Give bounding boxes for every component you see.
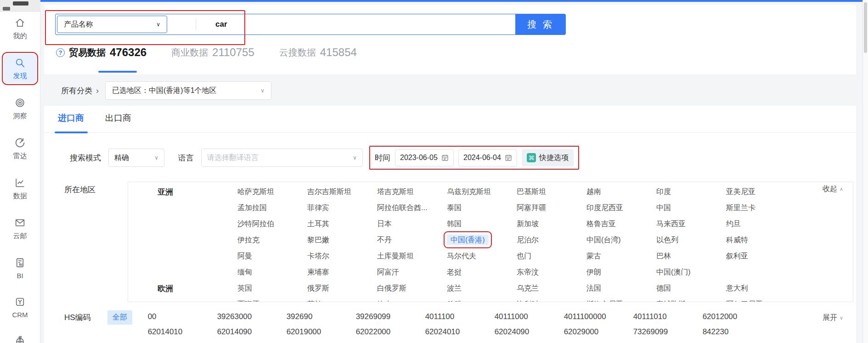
country-item[interactable]: 约旦 [726,220,741,228]
selected-region-dropdown[interactable]: 已选地区：中国(香港)等1个地区 [105,81,271,100]
country-item[interactable]: 东帝汶 [517,268,539,276]
country-item[interactable]: 黎巴嫩 [307,236,329,244]
country-item[interactable]: 印度尼西亚 [586,204,623,212]
data-tab[interactable]: 商业数据2110755 [171,46,254,59]
country-item[interactable]: 老挝 [447,268,462,276]
country-item[interactable]: 荷兰 [307,300,322,302]
hs-code-item[interactable]: 392690 [287,312,356,321]
country-item[interactable]: 中国(澳门) [656,268,691,276]
hs-code-item[interactable]: 00 [148,312,217,321]
all-categories-link[interactable]: 所有分类 [61,86,92,96]
hs-code-item[interactable]: 39269099 [356,312,425,321]
country-item[interactable]: 阿塞拜疆 [517,204,546,212]
country-item[interactable]: 巴林 [656,252,671,260]
country-item[interactable]: 斯洛文尼亚 [586,300,623,302]
country-item[interactable]: 法国 [586,284,601,292]
country-item[interactable]: 卡塔尔 [307,252,329,260]
country-item[interactable]: 捷克 [377,300,392,302]
country-item[interactable]: 乌克兰 [517,284,539,292]
country-item[interactable]: 格鲁吉亚 [586,220,616,228]
sidebar-item-crm[interactable]: CRM [4,293,36,321]
country-item[interactable]: 柬埔寨 [307,268,329,276]
country-item[interactable]: 比利时 [517,300,539,302]
country-item[interactable]: 中国 [656,204,671,212]
hs-code-item[interactable]: 62014090 [217,327,287,337]
search-field-selector[interactable]: 产品名称 [57,16,167,33]
hs-all-chip[interactable]: 全部 [107,310,132,325]
data-tab[interactable]: 贸易数据476326 [56,46,147,59]
country-item[interactable]: 尼泊尔 [517,236,539,244]
language-select[interactable]: 请选择翻译语言 [201,149,363,167]
collapse-link[interactable]: 收起 [823,184,843,194]
hs-code-item[interactable]: 842230 [703,327,772,337]
trade-tab[interactable]: 出口商 [105,112,131,132]
country-item[interactable]: 意大利 [726,284,748,292]
country-item[interactable]: 以色列 [656,236,678,244]
hs-code-item[interactable]: 62012000 [703,312,772,321]
hs-code-item[interactable]: 62024010 [425,327,495,337]
country-item[interactable]: 伊拉克 [237,236,259,244]
country-item[interactable]: 伊朗 [586,268,601,276]
country-item[interactable]: 亚美尼亚 [726,188,755,195]
country-item[interactable]: 阿曼 [237,252,252,260]
sidebar-item-apps[interactable]: 应用 [4,332,36,343]
country-item[interactable]: 白俄罗斯 [377,284,406,292]
sidebar-item-home[interactable]: 我的 [4,14,36,43]
country-item[interactable]: 蒙古 [586,252,601,260]
sidebar-item-cloud-mail[interactable]: 云邮 [4,214,36,243]
country-item[interactable]: 阿拉伯联合酋... [377,204,427,212]
country-item[interactable]: 日本 [377,220,392,228]
country-item[interactable]: 塔吉克斯坦 [377,188,414,195]
hs-code-item[interactable]: 62024090 [495,327,564,337]
country-item[interactable]: 英国 [237,284,252,292]
country-item[interactable]: 印度 [656,188,671,195]
date-to-input[interactable]: 2024-06-04 [458,149,517,166]
hs-code-item[interactable]: 73269099 [633,327,703,337]
country-item[interactable]: 俄罗斯 [307,284,329,292]
country-item[interactable]: 孟加拉国 [237,204,267,212]
hs-code-item[interactable]: 39263000 [217,312,287,321]
country-item[interactable]: 德国 [656,284,671,292]
search-query-input[interactable]: car [215,20,227,29]
country-item[interactable]: 韩国 [447,220,462,228]
country-item[interactable]: 土耳其 [307,220,329,228]
country-item[interactable]: 不丹 [377,236,392,244]
sidebar-item-radar[interactable]: 雷达 [4,134,36,163]
country-item[interactable]: 泰国 [447,204,462,212]
country-item[interactable]: 也门 [517,252,531,260]
hs-code-item[interactable]: 62022000 [356,327,425,337]
country-item[interactable]: 中国(台湾) [586,236,621,244]
country-item[interactable]: 缅甸 [237,268,252,276]
scrollbar-thumb[interactable] [864,2,867,53]
country-item[interactable]: 斯里兰卡 [726,204,755,212]
data-tab[interactable]: 云搜数据415854 [279,46,357,59]
sidebar-item-insight[interactable]: 洞察 [4,94,36,123]
search-mode-select[interactable]: 精确 [108,149,164,167]
sidebar-item-bi[interactable]: BIBI [4,254,36,282]
country-item-selected[interactable]: 中国(香港) [447,234,489,245]
country-item[interactable]: 吉尔吉斯斯坦 [307,188,351,195]
country-item[interactable]: 希腊 [447,300,462,302]
quick-options-button[interactable]: 快捷选项 [522,149,574,166]
hs-code-item[interactable]: 62029000 [564,327,633,337]
country-item[interactable]: 新加坡 [517,220,539,228]
hs-code-item[interactable]: 62014010 [148,327,217,337]
country-item[interactable]: 马来西亚 [656,220,686,228]
trade-tab[interactable]: 进口商 [58,112,84,132]
country-item[interactable]: 科威特 [726,236,748,244]
page-scrollbar[interactable] [862,0,868,343]
country-item[interactable]: 菲律宾 [307,204,329,212]
country-item[interactable]: 哈萨克斯坦 [237,188,274,195]
country-item[interactable]: 叙利亚 [726,252,748,260]
country-item[interactable]: 阿富汗 [377,268,399,276]
country-item[interactable]: 阿尔巴尼亚 [726,300,763,302]
country-item[interactable]: 乌兹别克斯坦 [447,188,491,195]
country-item[interactable]: 马尔代夫 [447,252,476,260]
hs-code-item[interactable]: 40111000 [495,312,564,321]
country-item[interactable]: 沙特阿拉伯 [237,220,274,228]
country-item[interactable]: 西班牙 [237,300,259,302]
hs-code-item[interactable]: 40111010 [633,312,703,321]
country-item[interactable]: 塞浦路斯 [656,300,686,302]
hs-code-item[interactable]: 4011100000 [564,312,633,321]
sidebar-item-data[interactable]: 数据 [4,174,36,203]
